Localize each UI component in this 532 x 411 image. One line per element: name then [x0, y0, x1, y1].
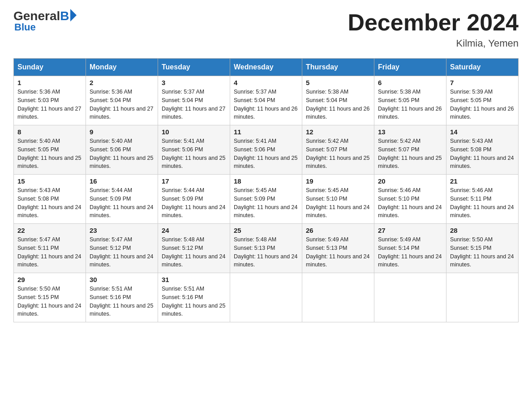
calendar-week-row: 15 Sunrise: 5:43 AMSunset: 5:08 PMDaylig…: [14, 175, 519, 224]
table-row: 3 Sunrise: 5:37 AMSunset: 5:04 PMDayligh…: [158, 76, 230, 125]
table-row: 27 Sunrise: 5:49 AMSunset: 5:14 PMDaylig…: [374, 224, 446, 273]
table-row: 20 Sunrise: 5:46 AMSunset: 5:10 PMDaylig…: [374, 175, 446, 224]
table-row: [374, 273, 446, 322]
day-info: Sunrise: 5:36 AMSunset: 5:04 PMDaylight:…: [90, 88, 154, 121]
table-row: 28 Sunrise: 5:50 AMSunset: 5:15 PMDaylig…: [446, 224, 519, 273]
col-thursday: Thursday: [302, 59, 374, 76]
day-number: 9: [90, 128, 154, 136]
day-info: Sunrise: 5:50 AMSunset: 5:15 PMDaylight:…: [17, 285, 82, 318]
table-row: 9 Sunrise: 5:40 AMSunset: 5:06 PMDayligh…: [86, 125, 158, 175]
day-info: Sunrise: 5:40 AMSunset: 5:06 PMDaylight:…: [90, 137, 154, 171]
day-info: Sunrise: 5:38 AMSunset: 5:05 PMDaylight:…: [378, 88, 442, 121]
day-info: Sunrise: 5:51 AMSunset: 5:16 PMDaylight:…: [90, 285, 154, 318]
table-row: 5 Sunrise: 5:38 AMSunset: 5:04 PMDayligh…: [302, 76, 374, 125]
day-info: Sunrise: 5:43 AMSunset: 5:08 PMDaylight:…: [450, 137, 515, 171]
day-number: 22: [17, 227, 82, 234]
day-number: 28: [450, 227, 515, 234]
month-title: December 2024: [348, 9, 519, 36]
table-row: 29 Sunrise: 5:50 AMSunset: 5:15 PMDaylig…: [14, 273, 86, 322]
day-number: 1: [17, 79, 82, 86]
table-row: 8 Sunrise: 5:40 AMSunset: 5:05 PMDayligh…: [14, 125, 86, 175]
table-row: 23 Sunrise: 5:47 AMSunset: 5:12 PMDaylig…: [86, 224, 158, 273]
day-number: 13: [378, 128, 442, 136]
table-row: 19 Sunrise: 5:45 AMSunset: 5:10 PMDaylig…: [302, 175, 374, 224]
table-row: 6 Sunrise: 5:38 AMSunset: 5:05 PMDayligh…: [374, 76, 446, 125]
table-row: 15 Sunrise: 5:43 AMSunset: 5:08 PMDaylig…: [14, 175, 86, 224]
day-info: Sunrise: 5:45 AMSunset: 5:09 PMDaylight:…: [234, 186, 298, 220]
calendar-header-row: Sunday Monday Tuesday Wednesday Thursday…: [14, 59, 519, 76]
day-number: 5: [306, 79, 370, 86]
day-info: Sunrise: 5:44 AMSunset: 5:09 PMDaylight:…: [90, 186, 154, 220]
day-info: Sunrise: 5:46 AMSunset: 5:11 PMDaylight:…: [450, 186, 515, 220]
table-row: [230, 273, 302, 322]
day-number: 8: [17, 128, 82, 136]
location-text: Kilmia, Yemen: [348, 38, 519, 49]
day-info: Sunrise: 5:44 AMSunset: 5:09 PMDaylight:…: [162, 186, 226, 220]
logo: General B Blue: [13, 9, 77, 33]
day-info: Sunrise: 5:48 AMSunset: 5:13 PMDaylight:…: [234, 235, 298, 269]
day-number: 14: [450, 128, 515, 136]
day-number: 29: [17, 276, 82, 283]
day-info: Sunrise: 5:49 AMSunset: 5:14 PMDaylight:…: [378, 235, 442, 269]
table-row: 30 Sunrise: 5:51 AMSunset: 5:16 PMDaylig…: [86, 273, 158, 322]
col-wednesday: Wednesday: [230, 59, 302, 76]
table-row: 18 Sunrise: 5:45 AMSunset: 5:09 PMDaylig…: [230, 175, 302, 224]
calendar-week-row: 22 Sunrise: 5:47 AMSunset: 5:11 PMDaylig…: [14, 224, 519, 273]
col-monday: Monday: [86, 59, 158, 76]
table-row: [302, 273, 374, 322]
day-number: 26: [306, 227, 370, 234]
day-number: 15: [17, 177, 82, 185]
day-info: Sunrise: 5:47 AMSunset: 5:12 PMDaylight:…: [90, 235, 154, 269]
logo-blue-text: B: [60, 9, 69, 23]
table-row: 7 Sunrise: 5:39 AMSunset: 5:05 PMDayligh…: [446, 76, 519, 125]
day-number: 6: [378, 79, 442, 86]
table-row: 26 Sunrise: 5:49 AMSunset: 5:13 PMDaylig…: [302, 224, 374, 273]
day-info: Sunrise: 5:47 AMSunset: 5:11 PMDaylight:…: [17, 235, 82, 269]
table-row: 21 Sunrise: 5:46 AMSunset: 5:11 PMDaylig…: [446, 175, 519, 224]
day-number: 27: [378, 227, 442, 234]
table-row: 1 Sunrise: 5:36 AMSunset: 5:03 PMDayligh…: [14, 76, 86, 125]
table-row: 25 Sunrise: 5:48 AMSunset: 5:13 PMDaylig…: [230, 224, 302, 273]
day-number: 30: [90, 276, 154, 283]
table-row: [446, 273, 519, 322]
day-number: 2: [90, 79, 154, 86]
logo-arrow-icon: [70, 9, 77, 21]
day-number: 18: [234, 177, 298, 185]
day-number: 11: [234, 128, 298, 136]
table-row: 13 Sunrise: 5:42 AMSunset: 5:07 PMDaylig…: [374, 125, 446, 175]
table-row: 22 Sunrise: 5:47 AMSunset: 5:11 PMDaylig…: [14, 224, 86, 273]
day-number: 10: [162, 128, 226, 136]
calendar-table: Sunday Monday Tuesday Wednesday Thursday…: [13, 58, 519, 322]
day-number: 16: [90, 177, 154, 185]
calendar-week-row: 1 Sunrise: 5:36 AMSunset: 5:03 PMDayligh…: [14, 76, 519, 125]
day-info: Sunrise: 5:42 AMSunset: 5:07 PMDaylight:…: [306, 137, 370, 171]
day-info: Sunrise: 5:37 AMSunset: 5:04 PMDaylight:…: [234, 88, 298, 121]
col-saturday: Saturday: [446, 59, 519, 76]
day-number: 31: [162, 276, 226, 283]
calendar-week-row: 29 Sunrise: 5:50 AMSunset: 5:15 PMDaylig…: [14, 273, 519, 322]
day-number: 4: [234, 79, 298, 86]
day-number: 21: [450, 177, 515, 185]
day-number: 25: [234, 227, 298, 234]
table-row: 2 Sunrise: 5:36 AMSunset: 5:04 PMDayligh…: [86, 76, 158, 125]
table-row: 24 Sunrise: 5:48 AMSunset: 5:12 PMDaylig…: [158, 224, 230, 273]
day-info: Sunrise: 5:41 AMSunset: 5:06 PMDaylight:…: [162, 137, 226, 171]
day-info: Sunrise: 5:43 AMSunset: 5:08 PMDaylight:…: [17, 186, 82, 220]
day-number: 19: [306, 177, 370, 185]
col-tuesday: Tuesday: [158, 59, 230, 76]
day-info: Sunrise: 5:36 AMSunset: 5:03 PMDaylight:…: [17, 88, 82, 121]
col-sunday: Sunday: [14, 59, 86, 76]
day-info: Sunrise: 5:40 AMSunset: 5:05 PMDaylight:…: [17, 137, 82, 171]
day-info: Sunrise: 5:50 AMSunset: 5:15 PMDaylight:…: [450, 235, 515, 269]
day-info: Sunrise: 5:45 AMSunset: 5:10 PMDaylight:…: [306, 186, 370, 220]
title-section: December 2024 Kilmia, Yemen: [348, 9, 519, 49]
day-number: 3: [162, 79, 226, 86]
logo-sub-text: Blue: [13, 21, 36, 33]
day-info: Sunrise: 5:39 AMSunset: 5:05 PMDaylight:…: [450, 88, 515, 121]
day-number: 12: [306, 128, 370, 136]
table-row: 10 Sunrise: 5:41 AMSunset: 5:06 PMDaylig…: [158, 125, 230, 175]
day-info: Sunrise: 5:41 AMSunset: 5:06 PMDaylight:…: [234, 137, 298, 171]
calendar-week-row: 8 Sunrise: 5:40 AMSunset: 5:05 PMDayligh…: [14, 125, 519, 175]
day-number: 20: [378, 177, 442, 185]
table-row: 11 Sunrise: 5:41 AMSunset: 5:06 PMDaylig…: [230, 125, 302, 175]
